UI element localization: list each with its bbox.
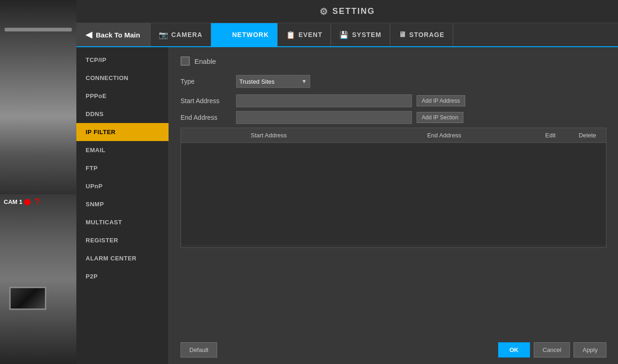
sidebar: TCP/IP CONNECTION PPPoE DDNS IP FILTER E… (76, 47, 169, 364)
camera-tab-icon: 📷 (159, 31, 169, 39)
content-area: TCP/IP CONNECTION PPPoE DDNS IP FILTER E… (76, 47, 618, 364)
sidebar-item-tcpip[interactable]: TCP/IP (76, 51, 169, 69)
sidebar-item-register[interactable]: REGISTER (76, 231, 169, 249)
table-header: Start Address End Address Edit Delete (181, 128, 606, 143)
table-body (181, 143, 606, 245)
tab-system[interactable]: 💾 SYSTEM (331, 23, 390, 46)
network-tab-label: NETWORK (232, 31, 268, 38)
cam-recording-dot (24, 199, 31, 205)
header-title: SETTING (332, 6, 375, 16)
col-start-address: Start Address (181, 128, 356, 142)
system-tab-label: SYSTEM (352, 31, 381, 38)
cancel-button[interactable]: Cancel (534, 342, 570, 358)
settings-header: ⚙ SETTING (76, 0, 618, 23)
camera-feed: CAM 1 ? (0, 0, 76, 364)
start-address-label: Start Address (181, 97, 236, 105)
end-address-label: End Address (181, 114, 236, 121)
start-address-row: Start Address Add IP Address (181, 94, 606, 107)
storage-tab-icon: 🖥 (399, 31, 406, 39)
bottom-bar: Default OK Cancel Apply (169, 342, 618, 358)
sidebar-item-pppoe[interactable]: PPPoE (76, 87, 169, 105)
tab-camera[interactable]: 📷 CAMERA (150, 23, 211, 46)
enable-row: Enable (181, 56, 606, 66)
sidebar-item-p2p[interactable]: P2P (76, 267, 169, 285)
add-ip-section-button[interactable]: Add IP Section (417, 112, 463, 123)
top-nav: ◀ Back To Main 📷 CAMERA 🌐 NETWORK 📋 EVEN… (76, 23, 618, 47)
sidebar-item-upnp[interactable]: UPnP (76, 177, 169, 195)
main-content: Enable Type Trusted Sites ▼ Start Addres… (169, 47, 618, 364)
cam-status-icon: ? (34, 197, 39, 207)
gear-icon: ⚙ (319, 6, 329, 17)
cam-name: CAM 1 (4, 198, 22, 205)
type-label: Type (181, 78, 236, 85)
sidebar-item-alarmcenter[interactable]: ALARM CENTER (76, 249, 169, 267)
tab-event[interactable]: 📋 EVENT (278, 23, 331, 46)
type-dropdown[interactable]: Trusted Sites ▼ (236, 75, 310, 88)
ok-button[interactable]: OK (498, 342, 531, 358)
event-tab-label: EVENT (299, 31, 323, 38)
sidebar-item-connection[interactable]: CONNECTION (76, 69, 169, 87)
default-button[interactable]: Default (181, 342, 217, 358)
tab-storage[interactable]: 🖥 STORAGE (390, 23, 453, 46)
end-address-row: End Address Add IP Section (181, 111, 606, 124)
ip-filter-table: Start Address End Address Edit Delete (181, 128, 606, 248)
enable-checkbox[interactable] (181, 56, 190, 66)
camera-tab-label: CAMERA (171, 31, 202, 38)
tab-network[interactable]: 🌐 NETWORK (211, 23, 277, 46)
back-to-main-button[interactable]: ◀ Back To Main (76, 23, 150, 46)
sidebar-item-email[interactable]: EMAIL (76, 141, 169, 159)
sidebar-item-ddns[interactable]: DDNS (76, 105, 169, 123)
network-tab-icon: 🌐 (219, 31, 229, 39)
header-title-container: ⚙ SETTING (319, 6, 375, 17)
add-ip-address-button[interactable]: Add IP Address (417, 95, 465, 106)
back-label: Back To Main (96, 31, 140, 39)
apply-button[interactable]: Apply (574, 342, 606, 358)
col-end-address: End Address (356, 128, 532, 142)
sidebar-item-snmp[interactable]: SNMP (76, 195, 169, 213)
event-tab-icon: 📋 (286, 31, 296, 39)
sidebar-item-multicast[interactable]: MULTICAST (76, 213, 169, 231)
enable-label: Enable (194, 57, 216, 65)
type-dropdown-value: Trusted Sites (239, 78, 301, 85)
chevron-down-icon: ▼ (301, 78, 307, 85)
storage-tab-label: STORAGE (409, 31, 444, 38)
type-row: Type Trusted Sites ▼ (181, 75, 606, 88)
sidebar-item-ftp[interactable]: FTP (76, 159, 169, 177)
col-delete: Delete (569, 128, 606, 142)
sidebar-item-ipfilter[interactable]: IP FILTER (76, 123, 169, 141)
end-address-input[interactable] (236, 111, 412, 124)
right-buttons: OK Cancel Apply (498, 342, 607, 358)
system-tab-icon: 💾 (339, 31, 349, 39)
back-arrow-icon: ◀ (86, 30, 92, 40)
start-address-input[interactable] (236, 94, 412, 107)
settings-panel: ⚙ SETTING ◀ Back To Main 📷 CAMERA 🌐 NETW… (76, 0, 618, 364)
camera-label: CAM 1 ? (4, 197, 39, 207)
col-edit: Edit (532, 128, 569, 142)
